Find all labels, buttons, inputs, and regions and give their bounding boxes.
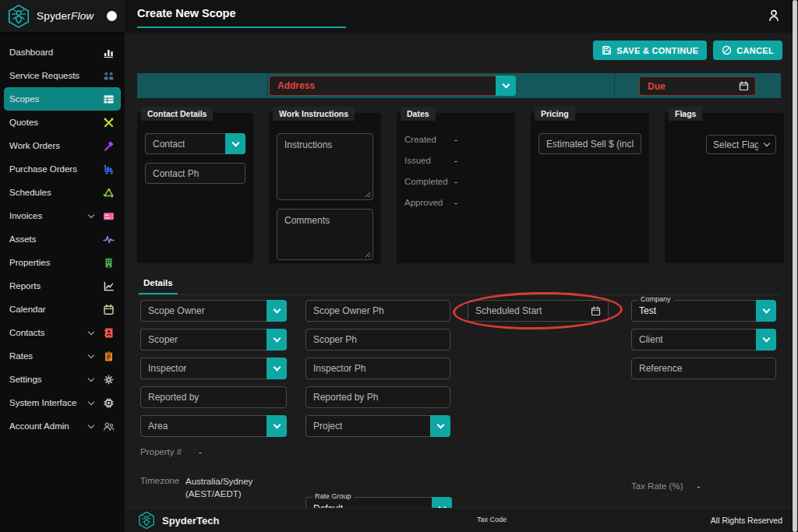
panel-title: Work Instructions <box>273 107 355 121</box>
property-number-row: Property # - <box>140 447 202 456</box>
sidebar-item-calendar[interactable]: Calendar <box>0 298 125 321</box>
scoper-dropdown-button[interactable] <box>267 329 287 351</box>
contact-dropdown-button[interactable] <box>225 133 245 154</box>
chevron-down-icon <box>762 335 770 343</box>
reported-by-input[interactable] <box>140 386 287 408</box>
calendar-icon[interactable] <box>739 81 749 91</box>
footer: SpyderTech All Rights Reserved <box>125 508 798 532</box>
hammer-icon <box>102 140 115 152</box>
chevron-down-icon <box>273 335 281 343</box>
instructions-textarea[interactable] <box>277 133 373 200</box>
sidebar-item-account-admin[interactable]: Account Admin <box>0 414 125 438</box>
sidebar-item-dashboard[interactable]: Dashboard <box>0 41 125 64</box>
sidebar-item-schedules[interactable]: Schedules <box>0 181 125 204</box>
chevron-down-icon <box>436 421 444 429</box>
save-icon <box>602 45 612 55</box>
area-dropdown-button[interactable] <box>267 415 287 437</box>
date-row-completed: Completed- <box>404 177 507 186</box>
sidebar-item-quotes[interactable]: Quotes <box>0 111 125 134</box>
calendar-icon[interactable] <box>591 306 601 316</box>
contact-book-icon <box>102 327 115 339</box>
chevron-down-icon[interactable] <box>88 211 94 217</box>
save-continue-button[interactable]: SAVE & CONTINUE <box>593 41 707 60</box>
details-form: Scope Owner Scheduled Start Company Test… <box>125 300 798 532</box>
vertical-scrollbar[interactable] <box>793 0 797 532</box>
bar-chart-icon <box>102 47 115 58</box>
chevron-down-icon[interactable] <box>88 421 94 428</box>
estimated-sell-input[interactable] <box>538 133 641 154</box>
project-dropdown-button[interactable] <box>430 415 450 437</box>
work-instructions-panel: Work Instructions <box>269 113 381 263</box>
scope-owner-dropdown-button[interactable] <box>267 300 287 322</box>
brand-name: SpyderFlow <box>37 10 94 22</box>
scheduled-start-field[interactable]: Scheduled Start <box>468 300 609 322</box>
sidebar-item-invoices[interactable]: Invoices <box>0 204 125 227</box>
sidebar-item-rates[interactable]: Rates <box>0 344 125 368</box>
user-profile-icon[interactable] <box>767 9 781 26</box>
status-dot[interactable] <box>107 11 117 21</box>
sidebar-item-properties[interactable]: Properties <box>0 251 125 274</box>
company-dropdown-button[interactable] <box>756 300 776 322</box>
banner-divider <box>614 73 615 98</box>
sidebar-item-service-requests[interactable]: Service Requests <box>0 64 125 87</box>
sidebar-item-purchase-orders[interactable]: Purchase Orders <box>0 157 125 181</box>
crossed-tools-icon <box>102 117 115 129</box>
reported-by-ph-input[interactable] <box>305 386 450 408</box>
date-row-approved: Approved- <box>404 198 507 207</box>
select-flags-dropdown[interactable]: Select Flags <box>706 135 776 154</box>
chevron-down-icon <box>231 139 239 146</box>
instructions-textarea-wrap <box>277 133 373 200</box>
people-group-icon <box>102 421 115 432</box>
contact-ph-input[interactable] <box>145 163 245 184</box>
address-input[interactable] <box>269 76 496 96</box>
client-dropdown-button[interactable] <box>756 329 776 351</box>
tax-rate-row: Tax Rate (%) - <box>631 481 700 491</box>
calendar-icon <box>102 304 115 315</box>
pricing-panel: Pricing <box>531 113 649 263</box>
due-date-field[interactable]: Due <box>639 76 756 96</box>
cancel-icon <box>722 45 732 55</box>
timezone-row: Timezone Australia/Sydney(AEST/AEDT) <box>140 476 252 500</box>
inspector-ph-input[interactable] <box>305 358 450 379</box>
sidebar-item-settings[interactable]: Settings <box>0 368 125 391</box>
chevron-down-icon[interactable] <box>88 351 94 358</box>
summary-panels: Contact Details Contact Work Instruction… <box>137 113 784 263</box>
cancel-button[interactable]: CANCEL <box>713 41 782 60</box>
chevron-down-icon <box>273 421 281 429</box>
chevron-down-icon[interactable] <box>88 398 94 404</box>
inspector-dropdown-button[interactable] <box>267 358 287 379</box>
sidebar-item-reports[interactable]: Reports <box>0 274 125 298</box>
date-row-created: Created- <box>404 135 507 144</box>
address-dropdown-button[interactable] <box>496 76 516 96</box>
address-field <box>269 76 516 96</box>
chevron-down-icon <box>762 306 770 314</box>
resize-handle-icon[interactable] <box>365 252 371 258</box>
chevron-down-icon[interactable] <box>88 375 94 381</box>
resize-handle-icon[interactable] <box>365 192 371 198</box>
tab-details[interactable]: Details <box>139 275 178 294</box>
comments-textarea-wrap <box>277 209 373 260</box>
spydertech-logo-icon <box>137 511 156 530</box>
sidebar-item-scopes[interactable]: Scopes <box>4 87 121 111</box>
panel-title: Contact Details <box>141 107 213 121</box>
dates-panel: Dates Created- Issued- Completed- Approv… <box>397 113 515 263</box>
main-content: SAVE & CONTINUE CANCEL Due Contact Detai… <box>125 33 798 532</box>
sidebar-item-system-interface[interactable]: System Interface <box>0 391 125 414</box>
sidebar-item-work-orders[interactable]: Work Orders <box>0 134 125 157</box>
chevron-down-icon <box>273 306 281 314</box>
scope-owner-ph-input[interactable] <box>305 300 450 322</box>
chevron-down-icon[interactable] <box>88 328 94 334</box>
trolley-icon <box>102 164 115 175</box>
chevron-down-icon <box>764 140 770 146</box>
scoper-ph-input[interactable] <box>305 329 450 351</box>
people-handshake-icon <box>102 70 115 82</box>
brand-header: SpyderFlow <box>0 0 125 33</box>
clipboard-icon <box>102 351 115 362</box>
sidebar-item-assets[interactable]: Assets <box>0 227 125 251</box>
reference-input[interactable] <box>631 358 776 379</box>
comments-textarea[interactable] <box>277 209 373 260</box>
chevron-down-icon <box>273 364 281 372</box>
app-window: SpyderFlow Dashboard Service Requests Sc… <box>0 0 798 532</box>
sidebar-item-contacts[interactable]: Contacts <box>0 321 125 344</box>
footer-brand-name: SpyderTech <box>162 515 219 527</box>
